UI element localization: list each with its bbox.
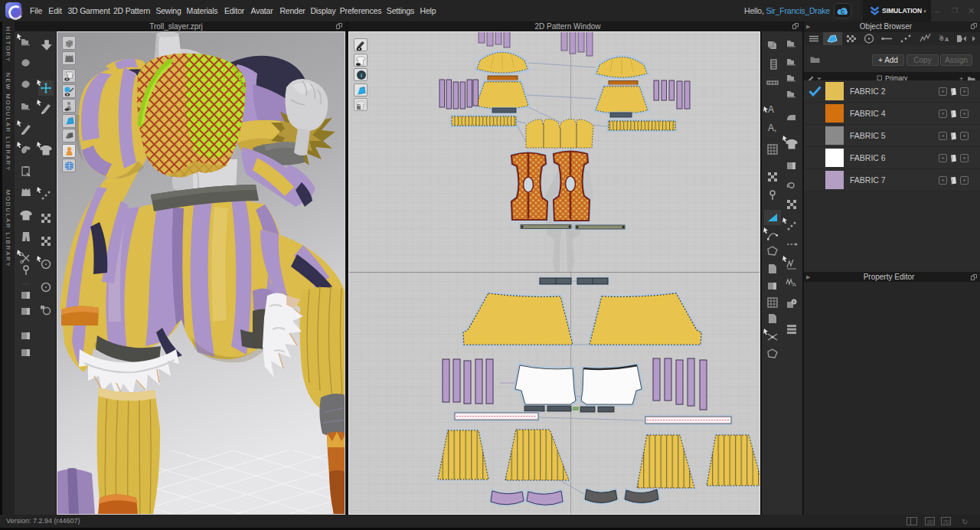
- svg-text:i: i: [361, 72, 362, 79]
- svg-text:☃: ☃: [939, 34, 944, 42]
- svg-text:A: A: [945, 37, 949, 42]
- svg-text:2D: 2D: [943, 519, 950, 525]
- svg-text:3D: 3D: [927, 519, 934, 525]
- svg-text:C: C: [841, 9, 844, 15]
- svg-text:↻: ↻: [962, 518, 968, 526]
- svg-text:A,: A,: [768, 123, 776, 133]
- svg-text:A: A: [768, 104, 774, 115]
